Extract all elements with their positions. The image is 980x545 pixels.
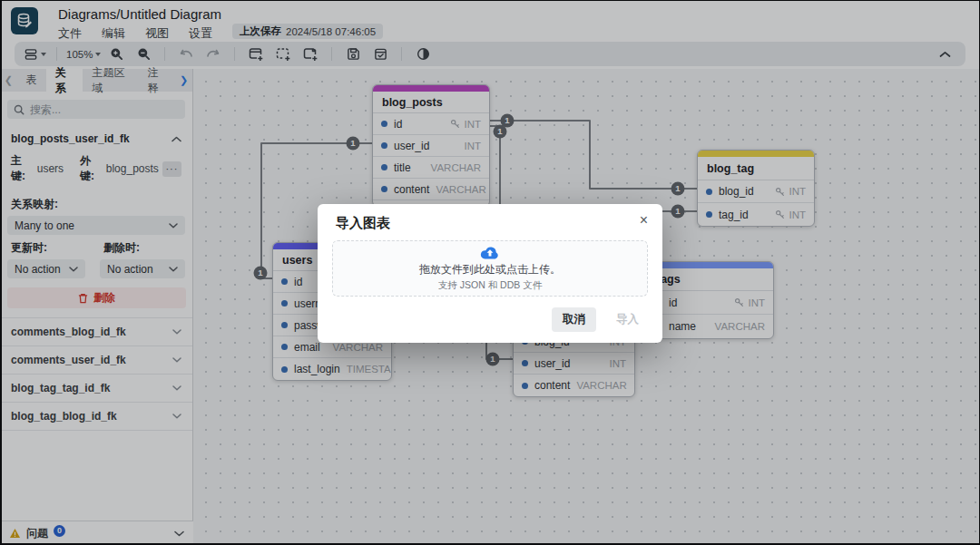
cloud-upload-icon — [480, 245, 500, 260]
dropzone-instruction: 拖放文件到此处或点击上传。 — [419, 262, 561, 277]
window-frame — [0, 0, 2, 545]
modal-footer: 取消 导入 — [552, 307, 650, 332]
file-dropzone[interactable]: 拖放文件到此处或点击上传。 支持 JSON 和 DDB 文件 — [332, 240, 648, 297]
import-diagram-modal: 导入图表 × 拖放文件到此处或点击上传。 支持 JSON 和 DDB 文件 取消… — [318, 204, 662, 343]
dropzone-filetypes: 支持 JSON 和 DDB 文件 — [438, 279, 542, 292]
close-icon[interactable]: × — [640, 213, 648, 228]
window-frame — [0, 0, 980, 1]
cancel-button[interactable]: 取消 — [552, 307, 596, 332]
modal-title: 导入图表 — [336, 215, 390, 232]
import-button[interactable]: 导入 — [605, 307, 650, 332]
